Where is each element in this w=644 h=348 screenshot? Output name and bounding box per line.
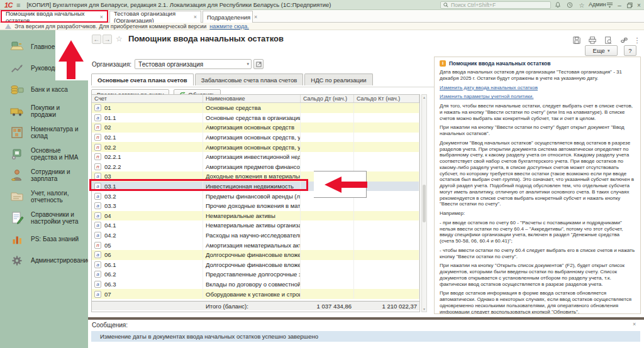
table-row[interactable]: а07 Оборудование к установке и строитель…: [92, 289, 419, 299]
messages-label: Сообщения:: [92, 322, 128, 329]
current-user[interactable]: Админ: [589, 1, 606, 8]
sidebar-item-accounting-taxes[interactable]: Учет, налоги, отчетность: [0, 186, 88, 207]
notifications-bell-icon[interactable]: [553, 1, 562, 9]
messages-close-icon[interactable]: ×: [633, 321, 636, 327]
credit-balance: [354, 133, 419, 143]
service-menu-icon[interactable]: [605, 1, 614, 9]
table-row[interactable]: п02.2 Амортизация основных средств, учит…: [92, 142, 419, 152]
account-type-icon: а: [94, 193, 101, 200]
help-title: Помощник ввода начальных остатков: [449, 60, 550, 67]
window-title: [КОПИЯ] Бухгалтерия для Беларуси, редакц…: [26, 1, 331, 8]
table-row[interactable]: п02 Амортизация основных средств: [92, 122, 419, 133]
table-row[interactable]: а06 Долгосрочные финансовые вложения: [92, 250, 419, 260]
sidebar-item-bank-cash[interactable]: Банк и касса: [0, 79, 88, 101]
global-search-input[interactable]: Поиск Ctrl+Shift+F: [440, 1, 551, 9]
chevron-down-icon[interactable]: ▾: [247, 62, 250, 67]
debit-balance: [301, 113, 354, 123]
credit-balance: [354, 122, 419, 133]
print-icon[interactable]: [587, 36, 598, 45]
help-paragraph[interactable]: Изменить дату ввода начальных остатков: [440, 85, 635, 91]
table-row[interactable]: а03.3 Прочие доходные вложения в материа…: [92, 201, 419, 211]
column-header-name[interactable]: Наименование: [203, 95, 301, 102]
credit-balance: [354, 113, 419, 123]
coins-icon: [9, 82, 25, 97]
table-row[interactable]: а01 Основные средства: [92, 103, 419, 113]
sidebar-item-purchases-sales[interactable]: Покупки и продажи: [0, 101, 88, 122]
close-window-icon[interactable]: ×: [635, 1, 643, 9]
credit-balance: [354, 211, 419, 221]
total-debit: 1 037 434,86: [301, 303, 354, 310]
sidebar-item-inventory[interactable]: Номенклатура и склад: [0, 122, 88, 143]
sidebar-item-label: Покупки и продажи: [31, 104, 86, 119]
maximize-window-icon[interactable]: [625, 1, 634, 9]
message-item[interactable]: Изменение даты в документах ввода началь…: [91, 331, 640, 342]
favorite-star-icon[interactable]: ☆: [116, 35, 123, 43]
table-row[interactable]: а04.2 Расходы на научно-исследовательски…: [92, 231, 419, 241]
1c-logo-icon: 1С: [4, 1, 13, 9]
scrollbar-thumb[interactable]: [423, 185, 426, 222]
table-row[interactable]: а06.3 Вклады по договору о совместной де…: [92, 280, 419, 290]
table-row[interactable]: а06.2 Предоставленные долгосрочные займы: [92, 269, 419, 280]
form-title: Помощник ввода начальных остатков: [128, 34, 284, 43]
table-row[interactable]: п02.2.1 Амортизация инвестиционной недви…: [92, 152, 419, 162]
table-row[interactable]: а03.2 Предметы финансовой аренды (лизинг…: [92, 191, 419, 201]
help-paragraph[interactable]: Изменить параметры учетной политики.: [440, 94, 635, 100]
debit-balance: [301, 142, 354, 152]
scroll-up-icon[interactable]: ▲: [423, 95, 426, 99]
column-header-credit[interactable]: Сальдо Кт (нач.): [354, 95, 419, 102]
tab-main-accounts[interactable]: Основные счета плана счетов: [91, 73, 194, 85]
table-row[interactable]: а06.1 Долгосрочные финансовые вложения в…: [92, 260, 419, 270]
help-button[interactable]: ?: [624, 45, 636, 56]
table-row[interactable]: а04 Нематериальные активы: [92, 211, 419, 221]
open-organization-button[interactable]: [253, 59, 264, 69]
panel-more-button[interactable]: Еще ▾: [585, 45, 618, 56]
scroll-down-icon[interactable]: ▼: [423, 307, 426, 311]
close-tab-icon[interactable]: ×: [254, 14, 257, 20]
preview-icon[interactable]: [602, 36, 614, 45]
table-row[interactable]: п05 Амортизация нематериальных активов: [92, 240, 419, 250]
tab-departments[interactable]: Подразделения ×: [203, 11, 253, 23]
close-tab-icon[interactable]: ×: [194, 14, 197, 20]
purchase-link[interactable]: нажмите сюда.: [209, 23, 249, 30]
column-header-debit[interactable]: Сальдо Дт (нач.): [301, 95, 354, 102]
warehouse-shelf-icon: [9, 125, 25, 140]
credit-balance: [354, 280, 419, 290]
nav-back-button[interactable]: ←: [92, 35, 101, 44]
table-row[interactable]: а04.1 Нематериальные активы организации: [92, 220, 419, 231]
report-folder-icon: [9, 189, 25, 204]
help-content: Дата ввода начальных остатков для органи…: [440, 69, 635, 314]
history-clock-icon[interactable]: [565, 1, 574, 9]
sidebar-item-administration[interactable]: Администрирование: [0, 250, 88, 271]
account-code: 02.2: [104, 142, 116, 152]
sidebar-item-knowledge-base[interactable]: PS: База знаний: [0, 229, 88, 250]
save-icon[interactable]: [571, 36, 582, 45]
get-link-icon[interactable]: [618, 36, 630, 45]
table-row[interactable]: а01.1 Основные средства в организации: [92, 113, 419, 123]
account-name: Предметы финансовой аренды (лизинга): [203, 191, 301, 201]
debit-balance: [301, 269, 354, 280]
nav-forward-button[interactable]: →: [103, 35, 112, 44]
debit-balance: [301, 162, 354, 172]
column-header-account[interactable]: Счет: [92, 95, 203, 102]
account-name: Основные средства: [203, 103, 301, 113]
main-menu-icon[interactable]: ≡: [16, 1, 20, 9]
tab-test-organization[interactable]: Тестовая организация (Организация) ×: [109, 11, 201, 23]
sidebar-item-references-settings[interactable]: Справочники и настройки учета: [0, 207, 88, 229]
tab-offbalance-accounts[interactable]: Забалансовые счета плана счетов: [195, 73, 304, 85]
sidebar-item-fixed-assets[interactable]: Основные средства и НМА: [0, 143, 88, 165]
account-name: Амортизация предметов финансовой аренды.…: [203, 162, 301, 172]
table-scrollbar[interactable]: ▲ ▼: [421, 94, 427, 312]
sidebar-item-label: Банк и касса: [31, 86, 68, 94]
account-code: 02: [104, 122, 111, 133]
table-row[interactable]: п02.1 Амортизация основных средств, учит…: [92, 133, 419, 143]
table-row[interactable]: п02.2.2 Амортизация предметов финансовой…: [92, 162, 419, 172]
organization-input[interactable]: Тестовая организация ▾: [135, 59, 252, 69]
sidebar-item-employees[interactable]: Сотрудники и зарплата: [0, 165, 88, 186]
minimize-window-icon[interactable]: –: [615, 1, 624, 9]
close-form-icon[interactable]: ×: [640, 36, 644, 45]
messages-splitter[interactable]: [88, 317, 644, 320]
favorites-star-icon[interactable]: ☆: [577, 1, 586, 9]
tab-vat-sales[interactable]: НДС по реализации: [304, 73, 372, 85]
debit-balance: [301, 152, 354, 162]
credit-balance: [354, 289, 419, 299]
